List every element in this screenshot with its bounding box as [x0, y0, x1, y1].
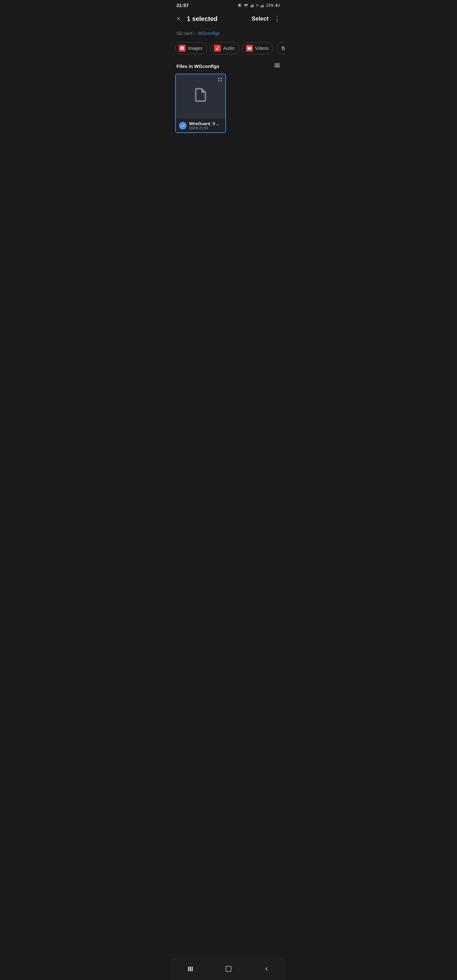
select-button[interactable]: Select — [252, 16, 269, 22]
images-filter-icon — [179, 45, 186, 52]
battery-indicator: 21% — [266, 3, 274, 8]
file-card[interactable]: WireGuard_VPN_T... 318 B 21:55 — [175, 74, 226, 133]
file-meta: 318 B 21:55 — [189, 126, 221, 130]
more-options-button[interactable]: ⋮ — [272, 13, 282, 24]
selection-count: 1 selected — [187, 15, 252, 22]
svg-rect-9 — [279, 5, 280, 5]
section-title: Files in WGconfigs — [177, 64, 219, 69]
filter-chips: Images Audio Videos Documents — [171, 39, 286, 57]
section-header: Files in WGconfigs — [171, 57, 286, 74]
filter-chip-images[interactable]: Images — [175, 42, 207, 54]
alarm-icon — [237, 3, 242, 8]
r-signal-icon: R — [256, 3, 259, 7]
videos-filter-label: Videos — [255, 46, 269, 51]
svg-rect-3 — [253, 5, 254, 7]
expand-icon[interactable] — [217, 77, 223, 83]
filter-chip-audio[interactable]: Audio — [210, 42, 239, 54]
svg-rect-5 — [261, 5, 262, 7]
wifi-icon — [244, 3, 248, 8]
svg-rect-2 — [252, 5, 253, 7]
toolbar: × 1 selected Select ⋮ — [171, 10, 286, 28]
audio-filter-icon — [214, 45, 221, 52]
signal-icon — [250, 3, 255, 8]
status-icons: R 21% — [237, 3, 280, 8]
filter-chip-documents[interactable]: Documents — [276, 42, 286, 54]
filter-chip-videos[interactable]: Videos — [242, 42, 274, 54]
status-time: 21:57 — [177, 3, 188, 8]
svg-rect-4 — [261, 6, 261, 7]
file-grid: WireGuard_VPN_T... 318 B 21:55 — [171, 74, 286, 133]
file-card-info: WireGuard_VPN_T... 318 B 21:55 — [176, 119, 225, 132]
file-preview — [176, 74, 225, 119]
svg-rect-0 — [250, 6, 251, 7]
file-selected-icon — [179, 122, 186, 129]
breadcrumb-current: WGconfigs — [198, 31, 219, 36]
svg-rect-1 — [252, 5, 252, 7]
battery-icon — [275, 3, 280, 8]
svg-rect-7 — [263, 5, 264, 7]
documents-filter-icon — [280, 45, 286, 52]
breadcrumb: SD card › WGconfigs — [171, 28, 286, 39]
status-bar: 21:57 R 21% — [171, 0, 286, 10]
breadcrumb-parent[interactable]: SD card — [177, 31, 193, 36]
signal2-icon — [260, 3, 265, 8]
videos-filter-icon — [246, 45, 253, 52]
close-button[interactable]: × — [175, 13, 182, 24]
audio-filter-label: Audio — [223, 46, 234, 51]
file-type-icon — [192, 87, 209, 107]
svg-rect-6 — [263, 5, 263, 7]
file-name: WireGuard_VPN_T... — [189, 121, 221, 126]
images-filter-label: Images — [188, 46, 202, 51]
file-info-text: WireGuard_VPN_T... 318 B 21:55 — [189, 121, 221, 130]
svg-rect-10 — [276, 5, 277, 6]
list-view-button[interactable] — [274, 62, 280, 70]
breadcrumb-chevron-icon: › — [194, 31, 196, 36]
